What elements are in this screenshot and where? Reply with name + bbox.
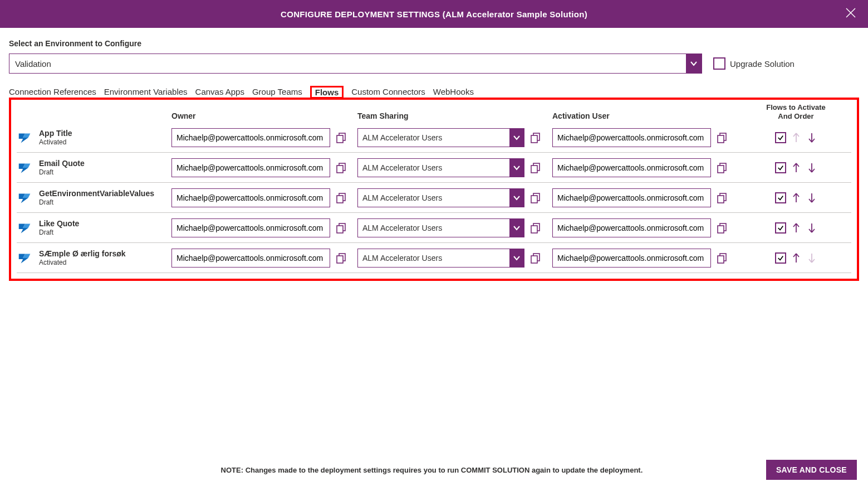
move-up-icon[interactable] bbox=[791, 162, 802, 173]
svg-rect-5 bbox=[718, 135, 724, 143]
tab-flows[interactable]: Flows bbox=[310, 86, 344, 99]
owner-input[interactable] bbox=[171, 249, 330, 268]
col-owner: Owner bbox=[171, 111, 357, 120]
activation-user-input[interactable] bbox=[552, 218, 711, 237]
flow-icon bbox=[17, 131, 33, 144]
tab-webhooks[interactable]: WebHooks bbox=[433, 86, 474, 99]
team-sharing-dropdown[interactable]: ALM Accelerator Users bbox=[357, 188, 524, 207]
environment-value: Validation bbox=[9, 54, 686, 73]
activate-checkbox[interactable] bbox=[775, 192, 786, 203]
svg-rect-3 bbox=[531, 135, 537, 143]
copy-owner-icon[interactable] bbox=[335, 221, 348, 235]
team-sharing-value: ALM Accelerator Users bbox=[358, 219, 509, 237]
copy-team-icon[interactable] bbox=[529, 221, 542, 235]
flow-name: App Title bbox=[39, 129, 72, 138]
move-down-icon bbox=[806, 252, 817, 264]
team-sharing-dropdown[interactable]: ALM Accelerator Users bbox=[357, 128, 524, 147]
svg-rect-15 bbox=[531, 196, 537, 203]
copy-owner-icon[interactable] bbox=[335, 191, 348, 205]
move-down-icon[interactable] bbox=[806, 222, 817, 234]
copy-activation-icon[interactable] bbox=[715, 221, 729, 235]
flow-icon bbox=[17, 251, 33, 265]
svg-rect-13 bbox=[337, 196, 343, 203]
col-team-sharing: Team Sharing bbox=[357, 111, 552, 120]
tab-custom-connectors[interactable]: Custom Connectors bbox=[351, 86, 425, 99]
move-up-icon[interactable] bbox=[791, 252, 802, 264]
move-down-icon[interactable] bbox=[806, 162, 817, 173]
upgrade-solution-checkbox[interactable]: Upgrade Solution bbox=[713, 57, 795, 70]
flow-name: GetEnvironmentVariableValues bbox=[39, 189, 154, 198]
flow-status: Activated bbox=[39, 138, 72, 146]
tab-group-teams[interactable]: Group Teams bbox=[252, 86, 302, 99]
flow-row: App Title Activated ALM Accelerator User… bbox=[17, 123, 851, 153]
tab-canvas-apps[interactable]: Canvas Apps bbox=[195, 86, 244, 99]
team-sharing-value: ALM Accelerator Users bbox=[358, 129, 509, 147]
col-order: Flows to ActivateAnd Order bbox=[741, 103, 851, 120]
team-sharing-dropdown[interactable]: ALM Accelerator Users bbox=[357, 249, 524, 268]
upgrade-label: Upgrade Solution bbox=[730, 59, 795, 69]
chevron-down-icon bbox=[509, 159, 524, 177]
chevron-down-icon bbox=[686, 54, 702, 73]
copy-team-icon[interactable] bbox=[529, 161, 542, 174]
svg-rect-23 bbox=[718, 226, 724, 233]
close-icon[interactable] bbox=[845, 7, 857, 21]
copy-activation-icon[interactable] bbox=[715, 131, 729, 144]
team-sharing-dropdown[interactable]: ALM Accelerator Users bbox=[357, 158, 524, 177]
copy-activation-icon[interactable] bbox=[715, 191, 729, 205]
flow-status: Activated bbox=[39, 259, 126, 266]
activate-checkbox[interactable] bbox=[775, 132, 786, 143]
tab-connection-references[interactable]: Connection References bbox=[9, 86, 96, 99]
flow-name: Like Quote bbox=[39, 219, 79, 229]
copy-owner-icon[interactable] bbox=[335, 131, 348, 144]
copy-team-icon[interactable] bbox=[529, 131, 542, 144]
chevron-down-icon bbox=[509, 189, 524, 207]
owner-input[interactable] bbox=[171, 128, 330, 147]
copy-team-icon[interactable] bbox=[529, 191, 542, 205]
copy-owner-icon[interactable] bbox=[335, 251, 348, 265]
flow-icon bbox=[17, 161, 33, 174]
checkbox-icon bbox=[713, 57, 725, 70]
activate-checkbox[interactable] bbox=[775, 162, 786, 173]
move-up-icon[interactable] bbox=[791, 192, 802, 203]
flow-row: SÆmple Ø ærlig forsøk Activated ALM Acce… bbox=[17, 243, 851, 273]
environment-dropdown[interactable]: Validation bbox=[9, 54, 702, 74]
tab-environment-variables[interactable]: Environment Variables bbox=[104, 86, 188, 99]
svg-rect-11 bbox=[718, 166, 724, 173]
team-sharing-dropdown[interactable]: ALM Accelerator Users bbox=[357, 218, 524, 237]
move-up-icon[interactable] bbox=[791, 222, 802, 234]
team-sharing-value: ALM Accelerator Users bbox=[358, 189, 509, 207]
svg-rect-27 bbox=[531, 256, 537, 263]
move-down-icon[interactable] bbox=[806, 132, 817, 143]
flow-icon bbox=[17, 221, 33, 235]
tab-list: Connection ReferencesEnvironment Variabl… bbox=[9, 86, 859, 99]
flow-status: Draft bbox=[39, 229, 79, 236]
owner-input[interactable] bbox=[171, 218, 330, 237]
activate-checkbox[interactable] bbox=[775, 252, 786, 264]
activation-user-input[interactable] bbox=[552, 128, 711, 147]
activation-user-input[interactable] bbox=[552, 249, 711, 268]
activation-user-input[interactable] bbox=[552, 188, 711, 207]
activation-user-input[interactable] bbox=[552, 158, 711, 177]
flow-status: Draft bbox=[39, 168, 85, 176]
activate-checkbox[interactable] bbox=[775, 222, 786, 234]
svg-rect-1 bbox=[337, 135, 343, 143]
flow-name: SÆmple Ø ærlig forsøk bbox=[39, 249, 126, 259]
svg-rect-21 bbox=[531, 226, 537, 233]
move-down-icon[interactable] bbox=[806, 192, 817, 203]
chevron-down-icon bbox=[509, 129, 524, 147]
copy-owner-icon[interactable] bbox=[335, 161, 348, 174]
svg-rect-7 bbox=[337, 166, 343, 173]
team-sharing-value: ALM Accelerator Users bbox=[358, 159, 509, 177]
flow-row: Like Quote Draft ALM Accelerator Users bbox=[17, 213, 851, 243]
col-activation-user: Activation User bbox=[552, 111, 741, 120]
flow-name: Email Quote bbox=[39, 159, 85, 168]
dialog-title: CONFIGURE DEPLOYMENT SETTINGS (ALM Accel… bbox=[281, 9, 587, 19]
owner-input[interactable] bbox=[171, 188, 330, 207]
team-sharing-value: ALM Accelerator Users bbox=[358, 249, 509, 267]
copy-activation-icon[interactable] bbox=[715, 161, 729, 174]
copy-team-icon[interactable] bbox=[529, 251, 542, 265]
owner-input[interactable] bbox=[171, 158, 330, 177]
dialog-header: CONFIGURE DEPLOYMENT SETTINGS (ALM Accel… bbox=[0, 0, 868, 28]
copy-activation-icon[interactable] bbox=[715, 251, 729, 265]
flow-row: Email Quote Draft ALM Accelerator Users bbox=[17, 153, 851, 183]
